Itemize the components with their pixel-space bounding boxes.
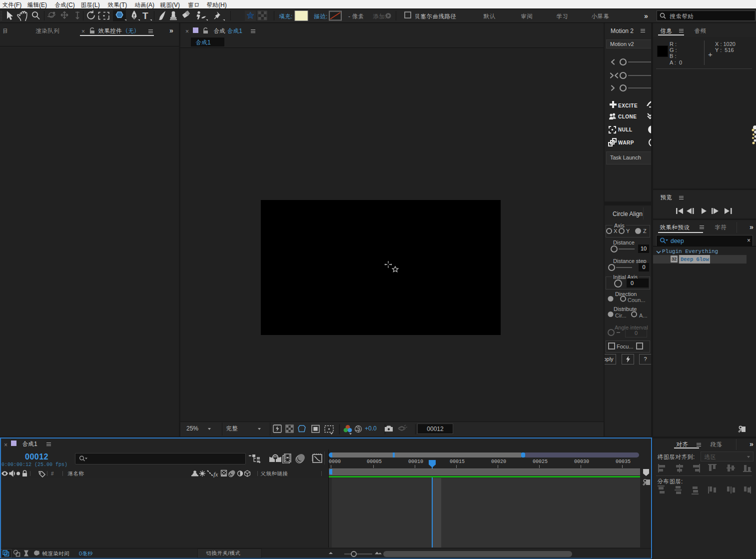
svg-text:Z: Z [643, 228, 647, 234]
svg-text:T: T [142, 10, 148, 21]
svg-text:X: X [614, 228, 618, 234]
svg-text:WARP: WARP [618, 140, 634, 146]
svg-text:CLONE: CLONE [618, 114, 637, 120]
svg-text:#: # [51, 470, 54, 477]
svg-text:EXCITE: EXCITE [618, 103, 638, 108]
svg-text:Y: Y [626, 228, 630, 234]
svg-text:fx: fx [213, 470, 218, 478]
svg-text:NULL: NULL [618, 127, 633, 132]
